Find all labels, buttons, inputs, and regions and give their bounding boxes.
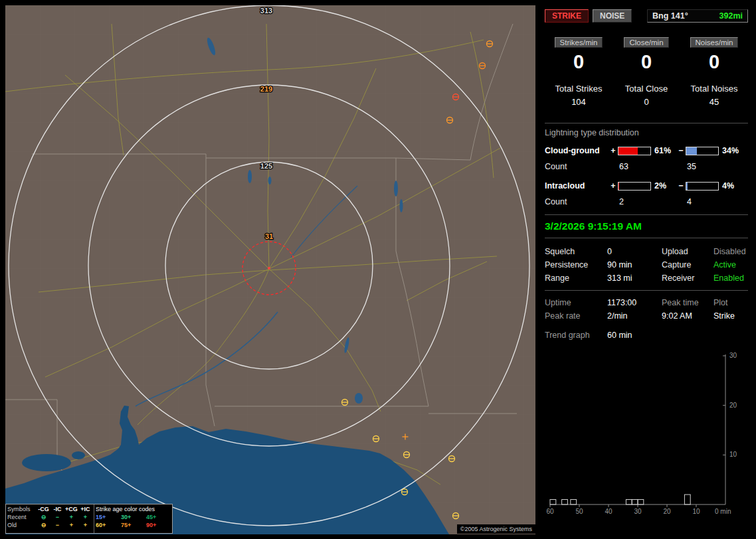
trend-graph-header: Trend graph 60 min [545, 328, 748, 343]
squelch-label: Squelch [545, 247, 607, 256]
age-15: 15+ [96, 513, 121, 521]
distribution-title: Lightning type distribution [545, 128, 748, 137]
trend-bar [632, 500, 638, 504]
ytick-10: 10 [729, 451, 737, 458]
old-pic-icon: + [78, 521, 92, 529]
bearing-range-readout: Bng 141° 392mi [647, 9, 748, 23]
trend-bars [550, 495, 690, 504]
trend-graph: 30 20 10 60 50 40 30 20 10 0 min [545, 348, 748, 518]
ic-minus-count: 4 [686, 197, 719, 206]
receiver-center [268, 267, 270, 270]
persistence-label: Persistence [545, 260, 607, 270]
peak-rate-value: 2/min [607, 311, 662, 321]
plot-value: Strike [713, 311, 748, 321]
squelch-value: 0 [607, 247, 662, 256]
xtick-20: 20 [663, 508, 671, 515]
radar-map[interactable]: 313 219 125 31 Symbols -CG -IC +CG +IC R… [5, 5, 535, 534]
uptime-value: 1173:00 [607, 298, 662, 307]
divider [545, 214, 748, 215]
xtick-40: 40 [605, 508, 613, 515]
panel-header: STRIKE NOISE Bng 141° 392mi [545, 9, 748, 23]
old-nic-icon: − [50, 521, 64, 529]
cg-count-label: Count [545, 162, 609, 171]
trend-bar [550, 500, 556, 504]
peak-time-value: 9:02 AM [662, 311, 713, 321]
strikes-per-min-button[interactable]: Strikes/min [555, 37, 603, 48]
map-legend: Symbols -CG -IC +CG +IC Recent ⊖ − + + O… [5, 504, 173, 534]
strike-button[interactable]: STRIKE [545, 9, 589, 23]
upload-value: Disabled [713, 247, 748, 256]
peak-rate-label: Peak rate [545, 311, 607, 321]
ic-plus-pct: 2% [651, 181, 676, 191]
minus-sign: − [676, 146, 686, 155]
intracloud-label: Intracloud [545, 181, 609, 191]
receiver-label: Receiver [662, 273, 713, 283]
noises-per-min-button[interactable]: Noises/min [690, 37, 739, 48]
age-30: 30+ [121, 513, 146, 521]
total-noises-value: 45 [680, 97, 748, 107]
age-45: 45+ [146, 513, 171, 521]
total-strikes-cell: Total Strikes 104 [545, 84, 613, 107]
ytick-20: 20 [729, 402, 737, 409]
legend-header-ncg: -CG [37, 505, 50, 513]
ic-plus-count: 2 [618, 197, 651, 206]
legend-title: Symbols [7, 505, 37, 513]
plus-sign: + [609, 181, 618, 191]
trend-graph-label: Trend graph [545, 331, 607, 340]
minus-sign: − [676, 181, 686, 191]
trend-bar [626, 500, 632, 504]
trend-bar [638, 500, 644, 504]
status-panel: STRIKE NOISE Bng 141° 392mi Strikes/min … [541, 5, 752, 534]
recent-pcg-icon: + [64, 513, 78, 521]
upload-label: Upload [662, 247, 713, 256]
total-close-value: 0 [613, 97, 680, 107]
totals: Total Strikes 104 Total Close 0 Total No… [545, 84, 748, 107]
cg-plus-pct: 61% [651, 146, 676, 155]
stats-row-1: Uptime 1173:00 Peak time Plot [545, 296, 748, 309]
cloud-ground-label: Cloud-ground [545, 146, 609, 155]
trend-window-value: 60 min [607, 331, 748, 340]
legend-header-nic: -IC [50, 505, 64, 513]
cg-minus-pct: 34% [719, 146, 748, 155]
trend-bar [562, 500, 568, 504]
close-per-min-value: 0 [613, 51, 680, 73]
xtick-60: 60 [546, 508, 554, 515]
stats-row-2: Peak rate 2/min 9:02 AM Strike [545, 309, 748, 323]
range-value: 313 mi [607, 273, 662, 283]
cloud-ground-row: Cloud-ground + 61% − 34% [545, 143, 748, 159]
ring-label-31: 31 [265, 232, 273, 240]
ytick-30: 30 [729, 352, 737, 359]
ring-label-219: 219 [260, 85, 272, 93]
xtick-50: 50 [575, 508, 583, 515]
total-close-label: Total Close [613, 84, 680, 94]
ic-minus-pct: 4% [719, 181, 748, 191]
copyright-text: ©2005 Astrogenic Systems [457, 524, 535, 534]
strikes-per-min-value: 0 [545, 51, 613, 73]
strikes-per-min-cell: Strikes/min 0 [545, 37, 613, 73]
ic-count-label: Count [545, 197, 609, 206]
trend-bar [684, 495, 690, 504]
map-canvas[interactable]: 313 219 125 31 [5, 5, 535, 534]
age-90: 90+ [146, 521, 171, 529]
close-per-min-button[interactable]: Close/min [624, 37, 668, 48]
ring-label-313: 313 [260, 7, 272, 15]
settings-row-1: Squelch 0 Upload Disabled [545, 245, 748, 258]
noises-per-min-cell: Noises/min 0 [680, 37, 748, 73]
ic-minus-bar [686, 182, 719, 191]
old-pcg-icon: + [64, 521, 78, 529]
legend-header-pcg: +CG [64, 505, 78, 513]
total-noises-label: Total Noises [680, 84, 748, 94]
receiver-value: Enabled [713, 273, 748, 283]
legend-old-label: Old [7, 521, 37, 529]
range-label: Range [545, 273, 607, 283]
trend-bar [571, 500, 577, 504]
ic-plus-bar [618, 182, 651, 191]
noise-button[interactable]: NOISE [593, 9, 632, 23]
lightning-detector-app: 313 219 125 31 Symbols -CG -IC +CG +IC R… [0, 0, 756, 539]
rate-counters: Strikes/min 0 Close/min 0 Noises/min 0 [545, 37, 748, 73]
total-close-cell: Total Close 0 [613, 84, 680, 107]
bearing-distance: 392mi [719, 11, 743, 21]
datetime-display: 3/2/2026 9:15:19 AM [545, 220, 748, 232]
persistence-value: 90 min [607, 260, 662, 270]
xtick-10: 10 [692, 508, 700, 515]
